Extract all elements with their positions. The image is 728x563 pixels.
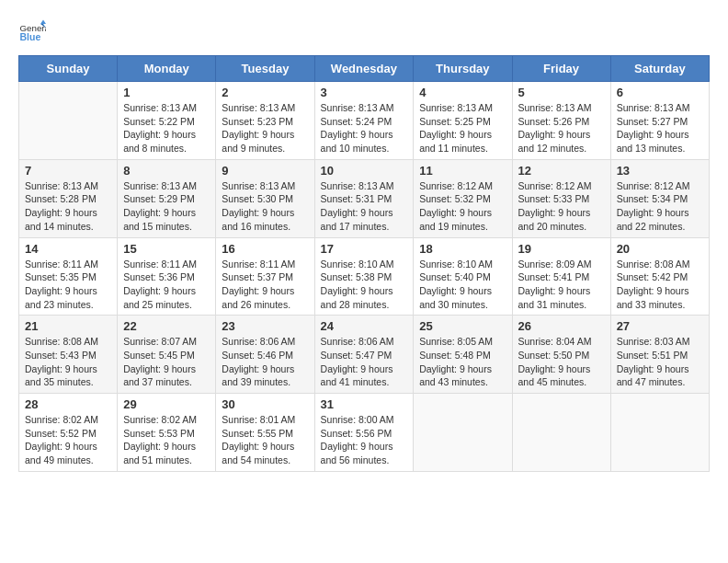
calendar-cell: 21Sunrise: 8:08 AMSunset: 5:43 PMDayligh… [19, 316, 118, 394]
day-info: Sunrise: 8:13 AMSunset: 5:25 PMDaylight:… [419, 101, 506, 155]
day-info: Sunrise: 8:13 AMSunset: 5:23 PMDaylight:… [222, 101, 308, 155]
day-info: Sunrise: 8:11 AMSunset: 5:36 PMDaylight:… [123, 258, 210, 312]
calendar-cell: 19Sunrise: 8:09 AMSunset: 5:41 PMDayligh… [512, 237, 610, 316]
page-header: General Blue [18, 18, 710, 46]
day-number: 10 [321, 164, 408, 178]
day-info: Sunrise: 8:03 AMSunset: 5:51 PMDaylight:… [617, 335, 703, 389]
day-info: Sunrise: 8:13 AMSunset: 5:26 PMDaylight:… [518, 101, 605, 155]
day-number: 13 [617, 164, 703, 178]
calendar-cell: 25Sunrise: 8:05 AMSunset: 5:48 PMDayligh… [414, 316, 512, 394]
calendar-cell: 11Sunrise: 8:12 AMSunset: 5:32 PMDayligh… [414, 159, 512, 237]
week-row-3: 14Sunrise: 8:11 AMSunset: 5:35 PMDayligh… [19, 237, 710, 316]
day-number: 6 [617, 86, 703, 99]
day-info: Sunrise: 8:05 AMSunset: 5:48 PMDaylight:… [419, 335, 506, 389]
calendar-cell: 4Sunrise: 8:13 AMSunset: 5:25 PMDaylight… [414, 82, 512, 160]
day-info: Sunrise: 8:11 AMSunset: 5:37 PMDaylight:… [222, 258, 308, 312]
day-info: Sunrise: 8:13 AMSunset: 5:22 PMDaylight:… [123, 101, 210, 155]
calendar-cell: 12Sunrise: 8:12 AMSunset: 5:33 PMDayligh… [512, 159, 610, 237]
day-number: 16 [222, 242, 308, 256]
day-number: 11 [419, 164, 506, 178]
day-number: 17 [321, 242, 408, 256]
calendar-cell: 24Sunrise: 8:06 AMSunset: 5:47 PMDayligh… [314, 316, 414, 394]
day-number: 30 [222, 397, 308, 411]
day-number: 8 [123, 164, 210, 178]
calendar-cell: 31Sunrise: 8:00 AMSunset: 5:56 PMDayligh… [314, 394, 414, 472]
calendar-cell [610, 394, 709, 472]
day-number: 1 [123, 86, 210, 99]
day-info: Sunrise: 8:08 AMSunset: 5:42 PMDaylight:… [617, 258, 703, 312]
calendar-cell: 1Sunrise: 8:13 AMSunset: 5:22 PMDaylight… [118, 82, 216, 160]
day-info: Sunrise: 8:08 AMSunset: 5:43 PMDaylight:… [25, 335, 111, 389]
day-number: 24 [321, 319, 408, 333]
calendar-cell: 15Sunrise: 8:11 AMSunset: 5:36 PMDayligh… [118, 237, 216, 316]
day-info: Sunrise: 8:02 AMSunset: 5:52 PMDaylight:… [25, 413, 111, 467]
calendar-cell: 9Sunrise: 8:13 AMSunset: 5:30 PMDaylight… [216, 159, 314, 237]
weekday-header-saturday: Saturday [610, 56, 709, 82]
day-info: Sunrise: 8:00 AMSunset: 5:56 PMDaylight:… [321, 413, 408, 467]
weekday-header-tuesday: Tuesday [216, 56, 314, 82]
calendar-cell: 29Sunrise: 8:02 AMSunset: 5:53 PMDayligh… [118, 394, 216, 472]
day-info: Sunrise: 8:10 AMSunset: 5:38 PMDaylight:… [321, 258, 408, 312]
calendar-cell: 26Sunrise: 8:04 AMSunset: 5:50 PMDayligh… [512, 316, 610, 394]
logo-icon: General Blue [18, 18, 46, 46]
calendar-cell: 8Sunrise: 8:13 AMSunset: 5:29 PMDaylight… [118, 159, 216, 237]
logo: General Blue [18, 18, 46, 46]
calendar-cell: 2Sunrise: 8:13 AMSunset: 5:23 PMDaylight… [216, 82, 314, 160]
day-info: Sunrise: 8:11 AMSunset: 5:35 PMDaylight:… [25, 258, 111, 312]
day-number: 23 [222, 319, 308, 333]
calendar-cell: 10Sunrise: 8:13 AMSunset: 5:31 PMDayligh… [314, 159, 414, 237]
day-info: Sunrise: 8:04 AMSunset: 5:50 PMDaylight:… [518, 335, 605, 389]
day-number: 21 [25, 319, 111, 333]
calendar-cell: 5Sunrise: 8:13 AMSunset: 5:26 PMDaylight… [512, 82, 610, 160]
day-info: Sunrise: 8:13 AMSunset: 5:27 PMDaylight:… [617, 101, 703, 155]
weekday-header-wednesday: Wednesday [314, 56, 414, 82]
weekday-header-thursday: Thursday [414, 56, 512, 82]
day-number: 20 [617, 242, 703, 256]
day-info: Sunrise: 8:13 AMSunset: 5:28 PMDaylight:… [25, 179, 111, 234]
day-number: 31 [321, 397, 408, 411]
calendar-cell: 16Sunrise: 8:11 AMSunset: 5:37 PMDayligh… [216, 237, 314, 316]
day-info: Sunrise: 8:09 AMSunset: 5:41 PMDaylight:… [518, 258, 605, 312]
day-number: 29 [123, 397, 210, 411]
day-number: 22 [123, 319, 210, 333]
day-number: 3 [321, 86, 408, 99]
day-number: 5 [518, 86, 605, 99]
day-info: Sunrise: 8:12 AMSunset: 5:34 PMDaylight:… [617, 179, 703, 234]
week-row-5: 28Sunrise: 8:02 AMSunset: 5:52 PMDayligh… [19, 394, 710, 472]
svg-text:Blue: Blue [20, 31, 41, 42]
day-number: 14 [25, 242, 111, 256]
day-info: Sunrise: 8:13 AMSunset: 5:31 PMDaylight:… [321, 179, 408, 234]
day-info: Sunrise: 8:06 AMSunset: 5:46 PMDaylight:… [222, 335, 308, 389]
calendar-cell: 17Sunrise: 8:10 AMSunset: 5:38 PMDayligh… [314, 237, 414, 316]
calendar-cell: 13Sunrise: 8:12 AMSunset: 5:34 PMDayligh… [610, 159, 709, 237]
day-number: 9 [222, 164, 308, 178]
calendar-cell: 14Sunrise: 8:11 AMSunset: 5:35 PMDayligh… [19, 237, 118, 316]
day-info: Sunrise: 8:13 AMSunset: 5:29 PMDaylight:… [123, 179, 210, 234]
day-number: 26 [518, 319, 605, 333]
calendar-cell: 20Sunrise: 8:08 AMSunset: 5:42 PMDayligh… [610, 237, 709, 316]
calendar-cell: 3Sunrise: 8:13 AMSunset: 5:24 PMDaylight… [314, 82, 414, 160]
week-row-1: 1Sunrise: 8:13 AMSunset: 5:22 PMDaylight… [19, 82, 710, 160]
calendar-cell: 6Sunrise: 8:13 AMSunset: 5:27 PMDaylight… [610, 82, 709, 160]
weekday-header-monday: Monday [118, 56, 216, 82]
calendar-cell [414, 394, 512, 472]
day-number: 27 [617, 319, 703, 333]
calendar-cell: 23Sunrise: 8:06 AMSunset: 5:46 PMDayligh… [216, 316, 314, 394]
weekday-header-sunday: Sunday [19, 56, 118, 82]
day-info: Sunrise: 8:12 AMSunset: 5:32 PMDaylight:… [419, 179, 506, 234]
day-number: 4 [419, 86, 506, 99]
calendar-cell: 22Sunrise: 8:07 AMSunset: 5:45 PMDayligh… [118, 316, 216, 394]
calendar-table: SundayMondayTuesdayWednesdayThursdayFrid… [18, 55, 710, 472]
weekday-header-friday: Friday [512, 56, 610, 82]
calendar-cell: 18Sunrise: 8:10 AMSunset: 5:40 PMDayligh… [414, 237, 512, 316]
day-number: 12 [518, 164, 605, 178]
svg-marker-2 [40, 20, 46, 25]
calendar-cell: 7Sunrise: 8:13 AMSunset: 5:28 PMDaylight… [19, 159, 118, 237]
week-row-4: 21Sunrise: 8:08 AMSunset: 5:43 PMDayligh… [19, 316, 710, 394]
day-number: 19 [518, 242, 605, 256]
day-number: 18 [419, 242, 506, 256]
weekday-header-row: SundayMondayTuesdayWednesdayThursdayFrid… [19, 56, 710, 82]
day-info: Sunrise: 8:13 AMSunset: 5:24 PMDaylight:… [321, 101, 408, 155]
day-info: Sunrise: 8:01 AMSunset: 5:55 PMDaylight:… [222, 413, 308, 467]
week-row-2: 7Sunrise: 8:13 AMSunset: 5:28 PMDaylight… [19, 159, 710, 237]
